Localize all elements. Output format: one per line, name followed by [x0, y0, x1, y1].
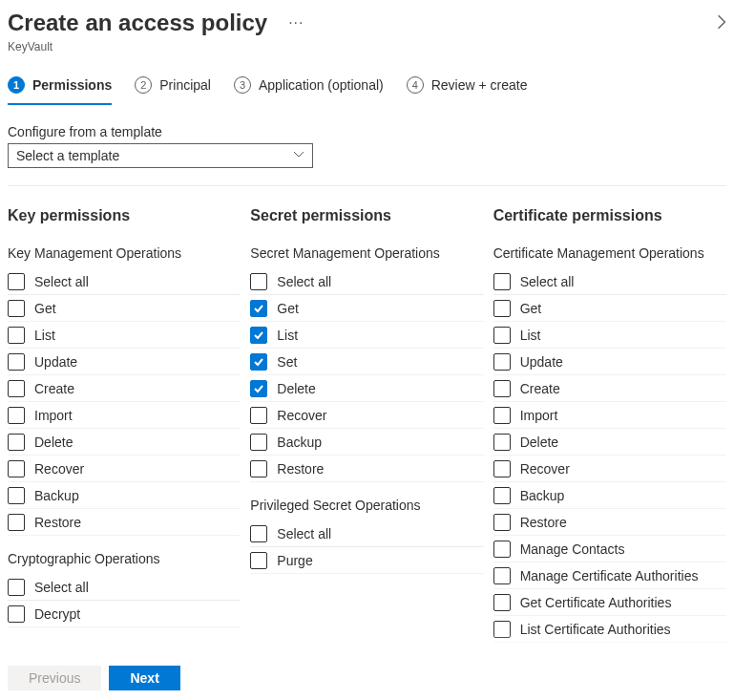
tab-review[interactable]: 4 Review + create: [407, 73, 528, 105]
checkbox[interactable]: [250, 300, 267, 317]
permission-row[interactable]: Recover: [250, 402, 483, 429]
checkbox[interactable]: [8, 434, 25, 451]
checkbox[interactable]: [250, 327, 267, 344]
permission-row[interactable]: Create: [8, 375, 241, 402]
permission-row[interactable]: Restore: [250, 456, 483, 482]
checkbox[interactable]: [493, 460, 511, 477]
checkbox[interactable]: [493, 541, 511, 558]
select-all-row[interactable]: Select all: [8, 574, 241, 601]
next-button[interactable]: Next: [109, 666, 179, 690]
permissions-column-cert: Certificate permissionsCertificate Manag…: [493, 207, 726, 643]
permission-row[interactable]: Delete: [8, 429, 241, 456]
permissions-group-label: Secret Management Operations: [250, 245, 483, 261]
permission-row[interactable]: Set: [250, 349, 483, 375]
checkbox[interactable]: [493, 594, 511, 611]
permission-row[interactable]: Get Certificate Authorities: [493, 589, 726, 616]
checkbox[interactable]: [8, 273, 25, 290]
page-title: Create an access policy: [8, 10, 267, 36]
page-subtitle: KeyVault: [0, 40, 734, 63]
permissions-group-label: Certificate Management Operations: [493, 245, 726, 261]
select-all-row[interactable]: Select all: [250, 268, 483, 295]
checkbox[interactable]: [8, 380, 25, 397]
select-all-row[interactable]: Select all: [493, 268, 726, 295]
checkbox[interactable]: [493, 621, 511, 638]
expand-icon[interactable]: [717, 12, 726, 34]
checkbox[interactable]: [8, 327, 25, 344]
checkbox[interactable]: [8, 487, 25, 504]
wizard-tabs: 1 Permissions 2 Principal 3 Application …: [0, 63, 734, 105]
checkbox[interactable]: [8, 460, 25, 477]
select-all-row[interactable]: Select all: [250, 520, 483, 547]
checkbox[interactable]: [493, 300, 511, 317]
checkbox[interactable]: [493, 514, 511, 531]
checkbox[interactable]: [250, 460, 267, 477]
permission-label: Create: [520, 381, 560, 396]
checkbox[interactable]: [250, 434, 267, 451]
permission-label: Manage Certificate Authorities: [520, 568, 699, 583]
tab-label: Review + create: [431, 77, 528, 93]
checkbox[interactable]: [493, 380, 511, 397]
permission-row[interactable]: List Certificate Authorities: [493, 616, 726, 643]
checkbox[interactable]: [493, 353, 511, 371]
permission-row[interactable]: List: [250, 322, 483, 349]
checkbox[interactable]: [8, 300, 25, 317]
permission-row[interactable]: Manage Contacts: [493, 536, 726, 562]
permission-label: Recover: [277, 408, 326, 423]
divider: [8, 185, 726, 186]
checkbox[interactable]: [8, 407, 25, 424]
checkbox[interactable]: [493, 487, 511, 504]
permission-row[interactable]: Delete: [493, 429, 726, 456]
more-icon[interactable]: ···: [288, 14, 304, 32]
permission-label: Purge: [277, 553, 312, 568]
checkbox[interactable]: [8, 579, 25, 596]
checkbox[interactable]: [250, 353, 267, 371]
checkbox[interactable]: [250, 525, 267, 542]
tab-label: Application (optional): [259, 77, 384, 93]
checkbox[interactable]: [250, 552, 267, 569]
permission-row[interactable]: Delete: [250, 375, 483, 402]
permission-label: Update: [34, 354, 77, 370]
permission-row[interactable]: Backup: [8, 482, 241, 509]
permission-row[interactable]: Update: [8, 349, 241, 375]
permission-row[interactable]: Get: [493, 295, 726, 322]
previous-button[interactable]: Previous: [8, 666, 101, 690]
checkbox[interactable]: [250, 273, 267, 290]
template-placeholder: Select a template: [16, 148, 119, 163]
permission-row[interactable]: Get: [250, 295, 483, 322]
checkbox[interactable]: [493, 327, 511, 344]
permission-row[interactable]: Get: [8, 295, 241, 322]
permission-row[interactable]: Import: [493, 402, 726, 429]
permission-row[interactable]: Backup: [250, 429, 483, 456]
select-all-label: Select all: [277, 274, 331, 289]
permission-row[interactable]: Update: [493, 349, 726, 375]
permission-label: List: [520, 328, 541, 343]
checkbox[interactable]: [8, 353, 25, 371]
checkbox[interactable]: [250, 380, 267, 397]
permission-row[interactable]: Restore: [8, 509, 241, 536]
permission-row[interactable]: Manage Certificate Authorities: [493, 562, 726, 589]
permission-row[interactable]: Create: [493, 375, 726, 402]
checkbox[interactable]: [493, 407, 511, 424]
tab-principal[interactable]: 2 Principal: [135, 73, 211, 105]
permission-row[interactable]: Import: [8, 402, 241, 429]
permission-row[interactable]: Purge: [250, 547, 483, 574]
permission-row[interactable]: Decrypt: [8, 601, 241, 627]
permission-row[interactable]: Backup: [493, 482, 726, 509]
checkbox[interactable]: [493, 273, 511, 290]
tab-label: Principal: [159, 77, 211, 93]
footer: Previous Next: [0, 656, 188, 700]
tab-application[interactable]: 3 Application (optional): [234, 73, 384, 105]
checkbox[interactable]: [493, 567, 511, 584]
checkbox[interactable]: [8, 514, 25, 531]
permission-row[interactable]: List: [493, 322, 726, 349]
checkbox[interactable]: [8, 605, 25, 623]
permission-row[interactable]: Recover: [8, 456, 241, 482]
select-all-row[interactable]: Select all: [8, 268, 241, 295]
checkbox[interactable]: [250, 407, 267, 424]
template-select[interactable]: Select a template: [8, 143, 313, 168]
tab-permissions[interactable]: 1 Permissions: [8, 73, 112, 105]
permission-row[interactable]: Restore: [493, 509, 726, 536]
permission-row[interactable]: Recover: [493, 456, 726, 482]
checkbox[interactable]: [493, 434, 511, 451]
permission-row[interactable]: List: [8, 322, 241, 349]
